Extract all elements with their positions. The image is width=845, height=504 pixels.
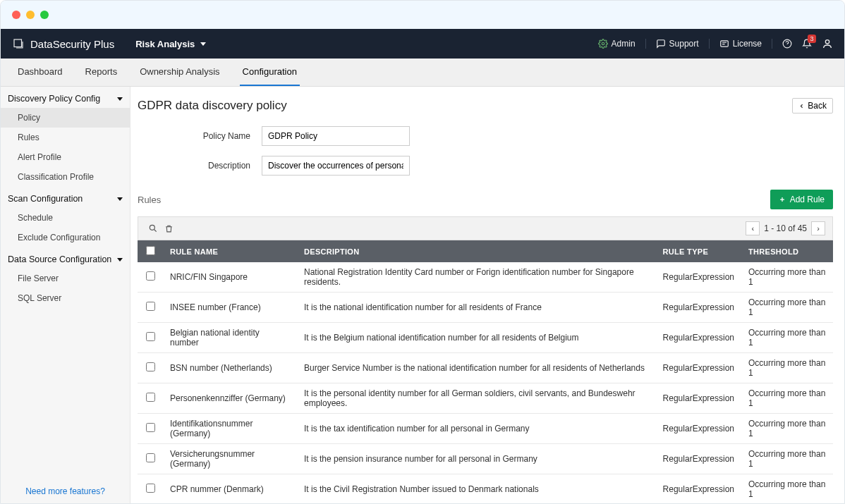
cell-rule-type: RegularExpression [656,474,741,505]
close-window-icon[interactable] [12,11,20,19]
next-page-button[interactable]: › [811,221,825,235]
cell-rule-type: RegularExpression [656,353,741,383]
caret-down-icon [200,42,206,46]
table-row[interactable]: Personenkennziffer (Germany)It is the pe… [138,383,833,414]
divider [772,39,772,49]
support-label: Support [669,39,699,49]
add-rule-label: Add Rule [790,195,825,204]
cell-threshold: Occurring more than 1 [741,383,833,414]
table-row[interactable]: INSEE number (France)It is the national … [138,293,833,323]
row-checkbox[interactable] [146,453,155,462]
table-row[interactable]: NRIC/FIN SingaporeNational Registration … [138,262,833,293]
table-row[interactable]: Versicherungsnummer (Germany)It is the p… [138,444,833,474]
divider [645,39,646,49]
trash-icon[interactable] [161,224,176,233]
svg-rect-0 [14,39,22,47]
table-row[interactable]: CPR nummer (Denmark)It is the Civil Regi… [138,474,833,505]
policy-name-input[interactable] [262,126,410,146]
table-row[interactable]: Identifikationsnummer (Germany)It is the… [138,414,833,444]
tab-bar: DashboardReportsOwnership AnalysisConfig… [1,59,844,87]
tab-configuration[interactable]: Configuration [240,59,300,86]
sidebar-section-discovery-policy-config[interactable]: Discovery Policy Config [1,87,130,108]
caret-down-icon [117,97,123,101]
row-checkbox[interactable] [146,271,155,281]
tab-reports[interactable]: Reports [83,59,121,86]
cell-rule-type: RegularExpression [656,444,741,474]
notification-count: 3 [808,35,816,43]
sidebar-item-schedule[interactable]: Schedule [1,208,130,228]
module-label: Risk Analysis [135,39,195,49]
admin-link[interactable]: Admin [598,39,636,49]
cell-description: It is the national identification number… [297,293,656,323]
license-label: License [733,39,762,49]
sidebar-item-policy[interactable]: Policy [1,108,130,128]
window-titlebar [1,1,844,29]
sidebar-item-classification-profile[interactable]: Classification Profile [1,167,130,187]
cell-rule-name: Belgian national identity number [163,323,297,353]
rules-section-label: Rules [138,195,161,205]
need-more-features-link[interactable]: Need more features? [25,486,105,496]
user-icon [822,38,833,49]
sidebar-item-sql-server[interactable]: SQL Server [1,288,130,308]
license-link[interactable]: License [719,39,762,49]
cell-rule-name: CPR nummer (Denmark) [163,474,297,505]
row-checkbox[interactable] [146,302,155,311]
add-rule-button[interactable]: Add Rule [770,190,833,209]
cell-rule-name: INSEE number (France) [163,293,297,323]
notifications-link[interactable]: 3 [802,39,812,49]
gear-icon [598,39,608,49]
select-all-checkbox[interactable] [146,246,155,255]
cell-description: Burger Service Number is the national id… [297,353,656,383]
row-checkbox[interactable] [146,393,155,402]
col-description: DESCRIPTION [297,240,656,262]
plus-icon [779,196,786,203]
svg-point-4 [825,40,829,44]
main-content: GDPR data discovery policy Back Policy N… [130,87,844,504]
prev-page-button[interactable]: ‹ [746,221,760,235]
back-button[interactable]: Back [792,98,833,113]
sidebar-item-alert-profile[interactable]: Alert Profile [1,147,130,167]
description-input[interactable] [262,156,410,176]
row-checkbox[interactable] [146,362,155,371]
sidebar-item-file-server[interactable]: File Server [1,269,130,288]
svg-point-1 [602,42,604,45]
sidebar-item-exclude-configuration[interactable]: Exclude Configuration [1,228,130,247]
cell-description: National Registration Identity Card numb… [297,262,656,293]
cell-rule-name: NRIC/FIN Singapore [163,262,297,293]
cell-threshold: Occurring more than 1 [741,444,833,474]
cell-threshold: Occurring more than 1 [741,262,833,293]
svg-point-5 [150,225,154,230]
search-icon[interactable] [145,223,161,233]
chevron-left-icon [798,103,805,109]
page-title: GDPR data discovery policy [138,99,287,113]
cell-threshold: Occurring more than 1 [741,323,833,353]
module-selector[interactable]: Risk Analysis [135,39,206,49]
cell-description: It is the personal identity number for a… [297,383,656,414]
tab-ownership-analysis[interactable]: Ownership Analysis [137,59,222,86]
rules-page-text: 1 - 10 of 45 [764,223,807,233]
sidebar-section-data-source-configuration[interactable]: Data Source Configuration [1,247,130,269]
table-row[interactable]: Belgian national identity numberIt is th… [138,323,833,353]
table-row[interactable]: BSN number (Netherlands)Burger Service N… [138,353,833,383]
sidebar-item-rules[interactable]: Rules [1,128,130,147]
user-link[interactable] [822,38,833,49]
cell-description: It is the tax identification number for … [297,414,656,444]
row-checkbox[interactable] [146,484,155,493]
col-threshold: THRESHOLD [741,240,833,262]
maximize-window-icon[interactable] [40,11,49,19]
row-checkbox[interactable] [146,332,155,341]
cell-rule-type: RegularExpression [656,383,741,414]
minimize-window-icon[interactable] [26,11,35,19]
support-link[interactable]: Support [656,39,699,49]
chat-icon [656,39,666,49]
row-checkbox[interactable] [146,423,155,432]
help-icon [782,39,792,49]
description-label: Description [166,161,250,171]
sidebar-section-scan-configuration[interactable]: Scan Configuration [1,187,130,208]
help-link[interactable] [782,39,792,49]
cell-rule-name: Identifikationsnummer (Germany) [163,414,297,444]
cell-description: It is the Belgium national identificatio… [297,323,656,353]
cell-rule-type: RegularExpression [656,293,741,323]
tab-dashboard[interactable]: Dashboard [15,59,66,86]
cell-rule-type: RegularExpression [656,262,741,293]
